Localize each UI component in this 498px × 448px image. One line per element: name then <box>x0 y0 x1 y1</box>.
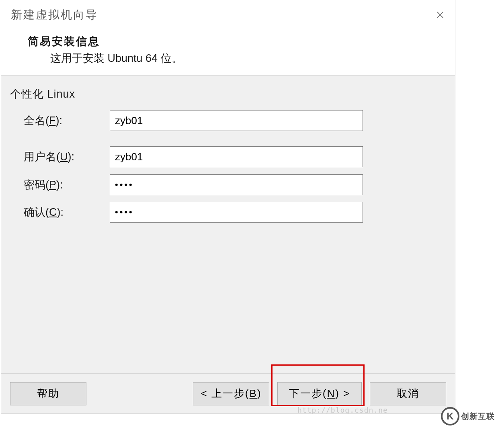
watermark-url: http://blog.csdn.ne <box>297 406 388 414</box>
cancel-button[interactable]: 取消 <box>370 382 446 405</box>
username-row: 用户名(U): <box>10 146 446 167</box>
fullname-label: 全名(F): <box>24 113 110 128</box>
back-button[interactable]: < 上一步(B) <box>193 382 269 405</box>
wizard-subheading: 这用于安装 Ubuntu 64 位。 <box>28 51 445 65</box>
watermark-brand: 创新互联 <box>461 411 495 422</box>
help-button[interactable]: 帮助 <box>10 382 86 405</box>
new-vm-wizard-dialog: 新建虚拟机向导 简易安装信息 这用于安装 Ubuntu 64 位。 个性化 Li… <box>1 0 455 414</box>
dialog-title: 新建虚拟机向导 <box>11 7 98 23</box>
watermark-logo-icon: K <box>441 407 459 425</box>
wizard-header: 简易安装信息 这用于安装 Ubuntu 64 位。 <box>1 30 455 76</box>
confirm-input[interactable] <box>110 202 363 223</box>
confirm-row: 确认(C): <box>10 202 446 223</box>
close-icon <box>436 10 445 19</box>
watermark-logo: K 创新互联 <box>441 407 495 425</box>
section-label: 个性化 Linux <box>10 87 446 101</box>
wizard-heading: 简易安装信息 <box>28 34 445 49</box>
password-input[interactable] <box>110 174 363 195</box>
close-button[interactable] <box>434 9 446 21</box>
titlebar: 新建虚拟机向导 <box>1 0 455 30</box>
wizard-content: 个性化 Linux 全名(F): 用户名(U): 密码(P): 确认(C): <box>1 76 455 373</box>
confirm-label: 确认(C): <box>24 205 110 219</box>
username-input[interactable] <box>110 146 363 167</box>
next-button[interactable]: 下一步(N) > <box>277 382 362 405</box>
password-label: 密码(P): <box>24 178 110 192</box>
fullname-input[interactable] <box>110 110 363 131</box>
password-row: 密码(P): <box>10 174 446 195</box>
fullname-row: 全名(F): <box>10 110 446 131</box>
username-label: 用户名(U): <box>24 149 110 164</box>
